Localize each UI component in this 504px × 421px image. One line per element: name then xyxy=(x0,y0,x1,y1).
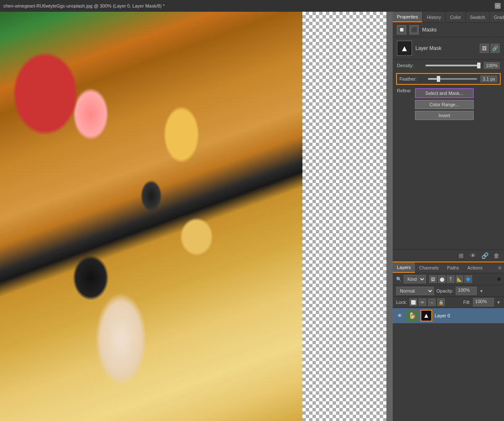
feather-row: Feather: 3,1 px xyxy=(399,76,497,82)
fill-value[interactable]: 100% xyxy=(473,298,494,306)
filter-pixel-icon[interactable]: 🖼 xyxy=(429,275,437,283)
tab-properties[interactable]: Properties xyxy=(393,12,423,22)
feather-value[interactable]: 3,1 px xyxy=(480,76,497,82)
layer-name: Layer 0 xyxy=(435,313,501,318)
density-label: Density: xyxy=(397,63,422,68)
layer-mask-thumbnail: ▲ xyxy=(397,41,412,56)
layers-tabs: Layers Channels Paths Actions ≡ xyxy=(393,262,504,273)
opacity-arrow: ▼ xyxy=(479,289,483,293)
delete-icon[interactable]: 🗑 xyxy=(492,251,501,260)
refine-label: Refine: xyxy=(397,88,412,93)
select-and-mask-button[interactable]: Select and Mask... xyxy=(415,88,474,98)
layers-panel: Layers Channels Paths Actions ≡ 🔍 Kind xyxy=(393,261,504,421)
layer-row[interactable]: 👁 🐕 ▲ Layer 0 xyxy=(393,308,504,323)
title-bar-text: chen-winegeart-RU6wtyteGgc-unsplash.jpg … xyxy=(3,3,495,8)
filter-shape-icon[interactable]: 📐 xyxy=(456,275,463,283)
color-range-button[interactable]: Color Range... xyxy=(415,100,474,109)
lock-pixels-icon[interactable]: ✏ xyxy=(419,298,426,306)
density-row: Density: 100% xyxy=(393,60,504,71)
lock-label: Lock: xyxy=(396,300,407,305)
opacity-value[interactable]: 100% xyxy=(456,287,477,295)
fill-arrow: ▼ xyxy=(496,300,501,305)
feather-label: Feather: xyxy=(399,76,425,81)
pixel-mask-icon[interactable]: 🔲 xyxy=(397,25,406,34)
title-bar: chen-winegeart-RU6wtyteGgc-unsplash.jpg … xyxy=(0,0,504,12)
tab-history[interactable]: History xyxy=(423,12,446,22)
grid-icon[interactable]: ⊞ xyxy=(457,251,465,260)
density-slider-track xyxy=(425,62,480,69)
layer-mask-actions: 🖼 🔗 xyxy=(480,44,500,53)
right-panel: Properties History Color Swatch Gradie..… xyxy=(393,12,504,421)
lock-transparent-icon[interactable]: ⬜ xyxy=(410,298,417,306)
masks-label: Masks xyxy=(422,27,437,33)
main-layout: Properties History Color Swatch Gradie..… xyxy=(0,12,504,421)
lock-all-icon[interactable]: 🔒 xyxy=(437,298,445,306)
close-button[interactable]: × xyxy=(495,3,501,9)
layer-mask-thumbnail-small[interactable]: ▲ xyxy=(420,310,432,322)
layer-mask-link-button[interactable]: 🔗 xyxy=(491,44,500,53)
invert-button[interactable]: Invert xyxy=(415,111,474,120)
density-value[interactable]: 100% xyxy=(484,62,500,69)
filter-smart-icon[interactable]: 🔷 xyxy=(465,275,472,283)
tab-actions[interactable]: Actions xyxy=(463,262,487,273)
density-slider-thumb[interactable] xyxy=(477,63,480,68)
lock-row: Lock: ⬜ ✏ ↔ 🔒 Fill: 100% ▼ xyxy=(393,297,504,308)
blend-mode-select[interactable]: Normal Dissolve Multiply xyxy=(396,287,434,295)
feather-track-fill xyxy=(428,78,437,80)
feather-slider-track xyxy=(428,76,477,82)
tab-gradient[interactable]: Gradie... xyxy=(490,12,504,22)
layers-scroll-area[interactable]: 👁 🐕 ▲ Layer 0 xyxy=(393,308,504,421)
layer-mask-label: Layer Mask xyxy=(415,45,476,51)
layer-visibility-toggle[interactable]: 👁 xyxy=(396,312,404,319)
fill-label: Fill: xyxy=(463,300,470,305)
vector-mask-icon[interactable]: ⬛ xyxy=(410,25,419,34)
layers-filter-row: 🔍 Kind 🖼 ⬤ T 📐 🔷 xyxy=(393,273,504,285)
filter-toggle-dot[interactable] xyxy=(497,277,501,281)
filter-icons: 🖼 ⬤ T 📐 🔷 xyxy=(429,275,472,283)
tab-layers[interactable]: Layers xyxy=(393,262,415,273)
layer-kind-select[interactable]: Kind xyxy=(404,275,426,283)
tab-channels[interactable]: Channels xyxy=(415,262,443,273)
lock-position-icon[interactable]: ↔ xyxy=(428,298,436,306)
refine-section: Refine: Select and Mask... Color Range..… xyxy=(393,86,504,122)
tab-swatch[interactable]: Swatch xyxy=(466,12,490,22)
refine-buttons: Select and Mask... Color Range... Invert xyxy=(415,88,474,120)
blend-mode-row: Normal Dissolve Multiply Opacity: 100% ▼ xyxy=(393,285,504,297)
panel-spacer xyxy=(393,122,504,249)
layer-mask-apply-button[interactable]: 🖼 xyxy=(480,44,489,53)
visibility-icon[interactable]: 👁 xyxy=(469,251,477,260)
bottom-icon-row: ⊞ 👁 🔗 🗑 xyxy=(393,249,504,261)
filter-text-icon[interactable]: T xyxy=(447,275,454,283)
lock-icons: ⬜ ✏ ↔ 🔒 xyxy=(410,298,445,306)
feather-slider-thumb[interactable] xyxy=(437,76,440,82)
layer-thumbnail: 🐕 xyxy=(406,310,418,322)
canvas-image xyxy=(0,12,386,421)
feather-section: Feather: 3,1 px xyxy=(396,73,501,85)
tab-color[interactable]: Color xyxy=(446,12,465,22)
layers-search-icon: 🔍 xyxy=(396,277,402,282)
opacity-label: Opacity: xyxy=(436,288,453,293)
panel-tabs-top: Properties History Color Swatch Gradie..… xyxy=(393,12,504,23)
layer-mask-row: ▲ Layer Mask 🖼 🔗 xyxy=(393,37,504,60)
filter-adjustment-icon[interactable]: ⬤ xyxy=(438,275,446,283)
transparency-checker xyxy=(302,12,386,421)
density-track-fill xyxy=(425,65,480,66)
dog-photo xyxy=(0,12,302,421)
tab-paths[interactable]: Paths xyxy=(443,262,463,273)
canvas-area xyxy=(0,12,393,421)
masks-row: 🔲 ⬛ Masks xyxy=(393,23,504,37)
layers-tabs-more[interactable]: ≡ xyxy=(496,262,504,273)
link-icon[interactable]: 🔗 xyxy=(480,251,489,260)
properties-panel: 🔲 ⬛ Masks ▲ Layer Mask 🖼 🔗 Density: xyxy=(393,23,504,261)
